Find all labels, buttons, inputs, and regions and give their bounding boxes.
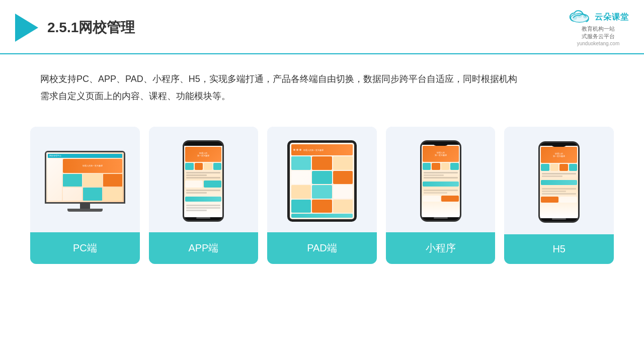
card-pc-label: PC端 <box>30 232 140 264</box>
card-pad-image: 职通人的第一堂兴趣课 <box>267 127 377 232</box>
app-phone-home-bar <box>196 217 210 219</box>
cloud-logo-container: 云朵课堂 <box>568 9 629 25</box>
h5-phone-notch <box>551 143 567 147</box>
description-paragraph: 网校支持PC、APP、PAD、小程序、H5，实现多端打通，产品各终端自由切换，数… <box>40 70 604 105</box>
h5-phone-mockup: 职通人的第一堂兴趣课 <box>538 141 580 223</box>
h5-phone-screen: 职通人的第一堂兴趣课 <box>540 146 578 218</box>
pc-base <box>67 209 103 212</box>
app-phone-body: 职通人的第一堂兴趣课 <box>183 140 224 222</box>
card-app-label: APP端 <box>149 232 259 264</box>
cards-container: 网校管理平台 职通人的第一堂兴趣课 <box>0 115 644 264</box>
pc-mockup: 网校管理平台 职通人的第一堂兴趣课 <box>45 151 125 212</box>
brand-url: yunduoketang.com <box>577 41 620 46</box>
card-h5: 职通人的第一堂兴趣课 <box>504 127 614 264</box>
cloud-icon <box>568 9 592 25</box>
card-miniprogram-image: 职通人的第一堂兴趣课 <box>386 127 496 232</box>
brand-logo: 云朵课堂 教育机构一站 式服务云平台 yunduoketang.com <box>568 9 629 46</box>
card-pad: 职通人的第一堂兴趣课 <box>267 127 377 264</box>
miniprogram-phone-notch <box>433 142 448 146</box>
miniprogram-phone-mockup: 职通人的第一堂兴趣课 <box>420 140 461 222</box>
brand-name: 云朵课堂 <box>595 12 629 23</box>
pc-monitor: 网校管理平台 职通人的第一堂兴趣课 <box>45 151 125 204</box>
pad-tablet-screen: 职通人的第一堂兴趣课 <box>290 143 354 219</box>
app-screen-top: 职通人的第一堂兴趣课 <box>185 147 221 162</box>
description-text: 网校支持PC、APP、PAD、小程序、H5，实现多端打通，产品各终端自由切换，数… <box>0 54 644 115</box>
miniprogram-home-bar <box>434 217 448 219</box>
card-miniprogram: 职通人的第一堂兴趣课 <box>386 127 496 264</box>
card-h5-image: 职通人的第一堂兴趣课 <box>504 127 614 234</box>
app-phone-notch <box>196 143 210 146</box>
miniprogram-phone-body: 职通人的第一堂兴趣课 <box>420 140 461 222</box>
logo-triangle-icon <box>15 14 38 42</box>
svg-point-2 <box>577 12 582 18</box>
card-miniprogram-label: 小程序 <box>386 232 496 264</box>
header: 2.5.1网校管理 云朵课堂 教育机构一站 式服务云平台 yunduoketan… <box>0 0 644 54</box>
h5-home-bar <box>552 218 566 220</box>
svg-point-3 <box>573 15 578 20</box>
pc-neck <box>80 204 90 209</box>
card-pc-image: 网校管理平台 职通人的第一堂兴趣课 <box>30 127 140 232</box>
pad-tablet-body: 职通人的第一堂兴趣课 <box>287 140 357 222</box>
pc-screen: 网校管理平台 职通人的第一堂兴趣课 <box>46 152 124 202</box>
app-phone-screen: 职通人的第一堂兴趣课 <box>184 146 222 217</box>
h5-phone-body: 职通人的第一堂兴趣课 <box>538 141 580 223</box>
card-pc: 网校管理平台 职通人的第一堂兴趣课 <box>30 127 140 264</box>
miniprogram-phone-screen: 职通人的第一堂兴趣课 <box>422 145 460 217</box>
page-title: 2.5.1网校管理 <box>47 18 135 37</box>
brand-tagline: 教育机构一站 式服务云平台 <box>582 25 615 41</box>
card-app-image: 职通人的第一堂兴趣课 <box>149 127 259 232</box>
card-h5-label: H5 <box>504 234 614 264</box>
card-pad-label: PAD端 <box>267 232 377 264</box>
app-phone-mockup: 职通人的第一堂兴趣课 <box>183 140 224 222</box>
pad-tablet-mockup: 职通人的第一堂兴趣课 <box>287 140 357 222</box>
header-left: 2.5.1网校管理 <box>15 14 135 42</box>
svg-point-1 <box>583 14 587 18</box>
card-app: 职通人的第一堂兴趣课 <box>149 127 259 264</box>
